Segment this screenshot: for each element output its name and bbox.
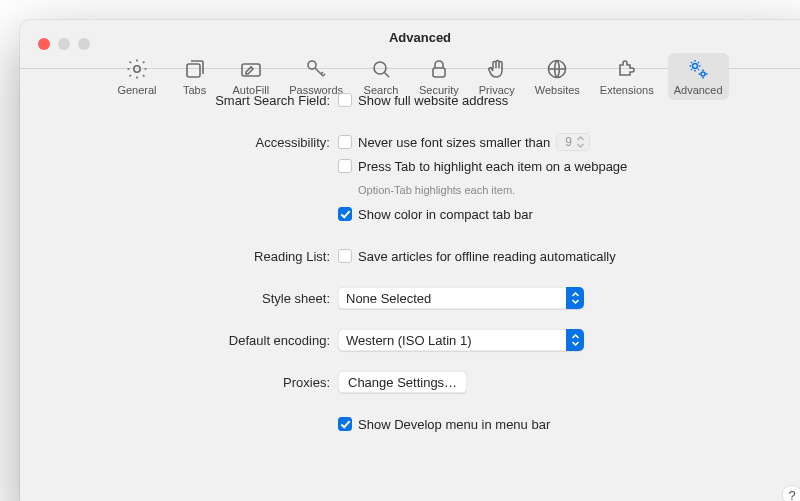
press-tab-checkbox[interactable] <box>338 159 352 173</box>
default-encoding-label: Default encoding: <box>50 333 338 348</box>
svg-rect-1 <box>187 64 200 77</box>
reading-list-label: Reading List: <box>50 249 338 264</box>
gears-icon <box>686 57 710 81</box>
gear-icon <box>125 57 149 81</box>
tab-websites[interactable]: Websites <box>529 53 586 100</box>
tab-tabs[interactable]: Tabs <box>171 53 219 100</box>
show-color-label: Show color in compact tab bar <box>358 207 533 222</box>
window-title: Advanced <box>20 20 800 53</box>
titlebar: Advanced General Tabs AutoFill Passwords… <box>20 20 800 68</box>
proxies-label: Proxies: <box>50 375 338 390</box>
lock-icon <box>427 57 451 81</box>
svg-point-7 <box>693 64 698 69</box>
change-settings-button[interactable]: Change Settings… <box>338 371 467 393</box>
save-offline-checkbox[interactable] <box>338 249 352 263</box>
press-tab-hint: Option-Tab highlights each item. <box>358 184 515 196</box>
show-develop-menu-label: Show Develop menu in menu bar <box>358 417 550 432</box>
font-size-select[interactable]: 9 <box>556 133 590 151</box>
svg-rect-5 <box>433 68 445 77</box>
press-tab-label: Press Tab to highlight each item on a we… <box>358 159 627 174</box>
tab-security[interactable]: Security <box>413 53 465 100</box>
tab-advanced[interactable]: Advanced <box>668 53 729 100</box>
pencil-box-icon <box>239 57 263 81</box>
content: Smart Search Field: Show full website ad… <box>20 69 800 463</box>
toolbar: General Tabs AutoFill Passwords Search S… <box>20 53 800 110</box>
hand-icon <box>485 57 509 81</box>
help-button[interactable]: ? <box>782 485 800 501</box>
never-smaller-label: Never use font sizes smaller than <box>358 135 550 150</box>
search-icon <box>369 57 393 81</box>
never-smaller-checkbox[interactable] <box>338 135 352 149</box>
svg-point-3 <box>308 61 316 69</box>
tab-general[interactable]: General <box>111 53 162 100</box>
key-icon <box>304 57 328 81</box>
svg-point-4 <box>374 62 386 74</box>
globe-icon <box>545 57 569 81</box>
puzzle-icon <box>615 57 639 81</box>
tabs-icon <box>183 57 207 81</box>
minimize-icon[interactable] <box>58 38 70 50</box>
chevron-updown-icon <box>571 292 580 304</box>
tab-extensions[interactable]: Extensions <box>594 53 660 100</box>
save-offline-label: Save articles for offline reading automa… <box>358 249 616 264</box>
show-full-address-checkbox[interactable] <box>338 93 352 107</box>
tab-autofill[interactable]: AutoFill <box>227 53 276 100</box>
show-develop-menu-checkbox[interactable] <box>338 417 352 431</box>
chevron-updown-icon <box>576 136 585 148</box>
style-sheet-label: Style sheet: <box>50 291 338 306</box>
window-controls <box>38 38 90 50</box>
preferences-window: Advanced General Tabs AutoFill Passwords… <box>20 20 800 501</box>
tab-privacy[interactable]: Privacy <box>473 53 521 100</box>
svg-point-8 <box>701 72 705 76</box>
chevron-updown-icon <box>571 334 580 346</box>
style-sheet-select[interactable]: None Selected <box>338 287 584 309</box>
accessibility-label: Accessibility: <box>50 135 338 150</box>
default-encoding-select[interactable]: Western (ISO Latin 1) <box>338 329 584 351</box>
tab-search[interactable]: Search <box>357 53 405 100</box>
zoom-icon[interactable] <box>78 38 90 50</box>
show-color-checkbox[interactable] <box>338 207 352 221</box>
close-icon[interactable] <box>38 38 50 50</box>
svg-point-0 <box>134 66 140 72</box>
